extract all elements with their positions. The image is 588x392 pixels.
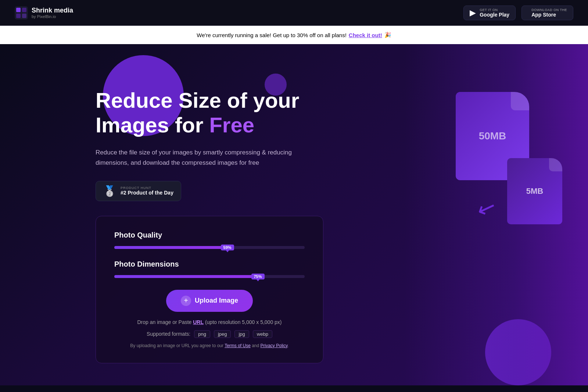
google-play-text: GET IT ON Google Play [480, 8, 509, 18]
hero-title-line2-prefix: Images for [96, 113, 209, 137]
hero-title-line1: Reduce Size of your [96, 88, 299, 112]
dimensions-label: Photo Dimensions [114, 260, 305, 268]
hero-content: Reduce Size of your Images for Free Redu… [96, 88, 353, 363]
quality-slider-fill [114, 246, 227, 249]
header-right: ▶ GET IT ON Google Play Download on the … [463, 6, 573, 20]
svg-rect-1 [16, 8, 21, 12]
hero-right-decoration: 50MB ↙ 5MB [434, 63, 588, 283]
drop-text-prefix: Drop an image or Paste [137, 319, 193, 325]
format-webp: webp [253, 330, 272, 338]
svg-rect-2 [22, 8, 26, 12]
svg-rect-4 [22, 14, 26, 18]
hero-title: Reduce Size of your Images for Free [96, 88, 353, 137]
terms-middle: and [251, 343, 261, 348]
drop-text: Drop an image or Paste URL (upto resolut… [114, 319, 305, 325]
ph-text-area: PRODUCT HUNT #2 Product of the Day [121, 186, 173, 196]
hero-section: 50MB ↙ 5MB Reduce Size of your Images fo… [0, 44, 588, 385]
app-store-name: App Store [531, 12, 567, 18]
quality-label: Photo Quality [114, 231, 305, 239]
format-jpeg: jpeg [214, 330, 231, 338]
svg-rect-3 [16, 14, 21, 18]
dimensions-slider-container: Photo Dimensions 75% [114, 260, 305, 278]
plus-symbol: + [184, 296, 188, 305]
promo-text: We're currently running a sale! Get up t… [197, 32, 347, 38]
logo-subtitle: by PixelBin.io [32, 14, 73, 19]
google-play-get-on: GET IT ON [480, 8, 509, 12]
logo-icon [15, 6, 28, 19]
upload-button-label: Upload Image [195, 297, 238, 304]
file-icon-small-label: 5MB [526, 186, 543, 196]
logo-area: Shrink media by PixelBin.io [15, 6, 73, 19]
ph-label: PRODUCT HUNT [121, 186, 173, 190]
format-png: png [194, 330, 210, 338]
dimensions-slider-fill [114, 275, 257, 278]
drop-text-suffix: (upto resolution 5,000 x 5,000 px) [204, 319, 282, 325]
ph-product: #2 Product of the Day [121, 190, 173, 196]
promo-banner: We're currently running a sale! Get up t… [0, 26, 588, 44]
google-play-name: Google Play [480, 12, 509, 18]
file-icon-5mb: 5MB [507, 158, 562, 224]
dimensions-slider-thumb[interactable]: 75% [251, 274, 265, 279]
app-store-text: Download on the App Store [531, 8, 567, 18]
promo-emoji: 🎉 [384, 32, 391, 38]
formats-row: Supported formats: png jpeg jpg webp [114, 330, 305, 338]
app-store-get-on: Download on the [531, 8, 567, 12]
upload-plus-icon: + [181, 296, 191, 306]
logo-title: Shrink media [32, 7, 73, 15]
header: Shrink media by PixelBin.io ▶ GET IT ON … [0, 0, 588, 26]
upload-button[interactable]: + Upload Image [166, 290, 253, 312]
terms-text: By uploading an image or URL you agree t… [114, 343, 305, 348]
quality-badge: 59% [221, 245, 234, 250]
ph-emoji: 🥈 [103, 185, 116, 197]
dimensions-slider-track: 75% [114, 275, 305, 278]
quality-slider-thumb[interactable]: 59% [221, 245, 234, 250]
drop-url-link[interactable]: URL [193, 319, 204, 325]
google-play-icon: ▶ [470, 8, 476, 18]
hero-subtitle: Reduce the file size of your images by s… [96, 147, 301, 167]
dimensions-badge: 75% [251, 274, 265, 279]
quality-slider-container: Photo Quality 59% [114, 231, 305, 249]
quality-slider-track: 59% [114, 246, 305, 249]
formats-label: Supported formats: [147, 331, 190, 337]
upload-card: Photo Quality 59% Photo Dimensions 75% [96, 216, 323, 363]
arrow-decoration: ↙ [474, 193, 500, 223]
promo-link[interactable]: Check it out! [349, 32, 382, 38]
file-icon-large-label: 50MB [479, 130, 506, 142]
logo-text: Shrink media by PixelBin.io [32, 7, 73, 19]
product-hunt-badge: 🥈 PRODUCT HUNT #2 Product of the Day [96, 181, 181, 201]
terms-of-use-link[interactable]: Terms of Use [225, 343, 251, 348]
terms-prefix: By uploading an image or URL you agree t… [130, 343, 225, 348]
hero-title-free: Free [209, 113, 254, 137]
app-store-badge[interactable]: Download on the App Store [521, 6, 573, 20]
terms-suffix: . [287, 343, 288, 348]
privacy-policy-link[interactable]: Privacy Policy [261, 343, 288, 348]
google-play-badge[interactable]: ▶ GET IT ON Google Play [463, 6, 516, 20]
format-jpg: jpg [234, 330, 249, 338]
